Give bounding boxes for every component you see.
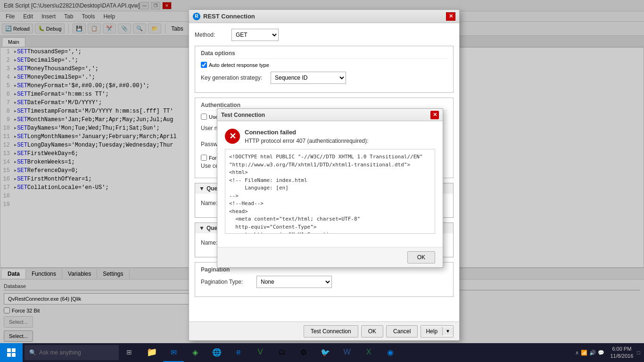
auto-detect-row: Auto detect response type: [201, 62, 447, 68]
rest-dialog-icon: R: [193, 13, 200, 20]
svg-rect-1: [12, 348, 16, 352]
taskbar-search[interactable]: 🔍: [25, 345, 119, 360]
taskbar-app-fileexplorer[interactable]: 📁: [141, 343, 162, 362]
test-dialog-body: ✕ Connection failed HTTP protocol error …: [217, 121, 443, 247]
error-code-box: <!DOCTYPE html PUBLIC "-//W3C//DTD XHTML…: [225, 149, 435, 234]
taskbar-app-4[interactable]: ⚙: [293, 343, 314, 362]
auto-detect-label: Auto detect response type: [209, 62, 269, 68]
svg-rect-0: [7, 348, 11, 352]
task-view-button[interactable]: ⊞: [119, 343, 140, 362]
taskbar-app-5[interactable]: 🐦: [315, 343, 336, 362]
rest-dialog-titlebar: R REST Connection ✕: [189, 10, 459, 23]
windows-logo-icon: [7, 348, 16, 357]
taskbar: 🔍 ⊞ 📁 ✉ ◈ 🌐 e V 🗂 ⚙ 🐦 W X ◉ ∧ 📶 🔊 💬 6:00…: [0, 343, 644, 362]
taskbar-right: ∧ 📶 🔊 💬 6:00 PM 11/8/2016 □: [573, 346, 644, 360]
data-options-title: Data options: [201, 50, 447, 59]
dialog-overlay: R REST Connection ✕ Method: GET POST PUT…: [0, 0, 644, 362]
error-text-block: Connection failed HTTP protocol error 40…: [245, 129, 369, 144]
method-label: Method:: [195, 32, 228, 38]
test-dialog-close-button[interactable]: ✕: [430, 111, 439, 119]
rest-dialog-footer: Test Connection OK Cancel Help ▼: [189, 321, 459, 340]
rest-dialog-title: REST Connection: [203, 13, 255, 20]
error-status: Connection failed: [245, 129, 369, 136]
rest-ok-button[interactable]: OK: [361, 325, 383, 337]
tray-msg-icon[interactable]: 💬: [598, 350, 604, 356]
clock-time: 6:00 PM: [610, 346, 633, 353]
error-header: ✕ Connection failed HTTP protocol error …: [225, 129, 435, 144]
rest-dialog-controls: ✕: [446, 12, 455, 21]
error-detail: HTTP protocol error 407 (authenticationr…: [245, 138, 369, 144]
svg-rect-2: [7, 353, 11, 357]
taskbar-app-chrome[interactable]: 🌐: [206, 343, 227, 362]
use-wi-checkbox[interactable]: [201, 114, 207, 120]
method-select[interactable]: GET POST PUT DELETE: [231, 29, 279, 41]
svg-rect-3: [12, 353, 16, 357]
pagination-type-select[interactable]: None Page Number Offset: [256, 276, 332, 288]
help-button-split[interactable]: Help ▼: [421, 325, 454, 337]
start-button[interactable]: [0, 343, 23, 362]
for-checkbox[interactable]: [201, 155, 207, 161]
query-body-arrow: ▼: [199, 225, 205, 231]
key-gen-select[interactable]: Sequence ID UUID: [271, 72, 346, 84]
tray-volume-icon[interactable]: 🔊: [589, 350, 596, 356]
test-connection-dialog: Test Connection ✕ ✕ Connection failed HT…: [217, 108, 443, 268]
taskbar-app-6[interactable]: ◉: [380, 343, 401, 362]
pagination-type-label: Pagination Type:: [201, 279, 253, 285]
tray-up-icon[interactable]: ∧: [575, 350, 579, 356]
taskbar-app-outlook[interactable]: ✉: [163, 343, 184, 362]
method-row: Method: GET POST PUT DELETE: [195, 29, 454, 41]
test-dialog-title: Test Connection: [221, 112, 265, 118]
test-connection-button[interactable]: Test Connection: [304, 325, 358, 337]
taskbar-app-1[interactable]: ◈: [185, 343, 206, 362]
taskbar-app-word[interactable]: W: [337, 343, 357, 362]
error-icon: ✕: [225, 129, 240, 144]
help-arrow-icon[interactable]: ▼: [443, 328, 453, 335]
taskbar-clock[interactable]: 6:00 PM 11/8/2016: [610, 346, 633, 360]
auto-detect-checkbox[interactable]: [201, 62, 207, 68]
taskbar-search-icon: 🔍: [29, 349, 36, 356]
test-dialog-footer: OK: [217, 247, 443, 267]
data-options-section: Data options Auto detect response type K…: [195, 46, 454, 93]
pagination-type-row: Pagination Type: None Page Number Offset: [201, 276, 447, 288]
taskbar-apps: 📁 ✉ ◈ 🌐 e V 🗂 ⚙ 🐦 W X ◉: [141, 343, 401, 362]
test-dialog-titlebar: Test Connection ✕: [217, 109, 443, 121]
key-gen-label: Key generation strategy:: [201, 74, 267, 81]
rest-cancel-button[interactable]: Cancel: [386, 325, 418, 337]
taskbar-app-2[interactable]: V: [250, 343, 271, 362]
taskbar-app-3[interactable]: 🗂: [272, 343, 292, 362]
query-params-arrow: ▼: [199, 185, 205, 192]
rest-dialog-close[interactable]: ✕: [446, 12, 455, 21]
help-main-label[interactable]: Help: [421, 327, 443, 336]
tray-network-icon[interactable]: 📶: [581, 350, 587, 356]
key-gen-row: Key generation strategy: Sequence ID UUI…: [201, 72, 447, 84]
test-ok-button[interactable]: OK: [407, 251, 435, 263]
error-code-content: <!DOCTYPE html PUBLIC "-//W3C//DTD XHTML…: [229, 153, 431, 234]
taskbar-app-edge[interactable]: e: [228, 343, 249, 362]
taskbar-search-input[interactable]: [39, 349, 105, 356]
tray-icons: ∧ 📶 🔊 💬: [573, 350, 606, 356]
notification-icon[interactable]: □: [637, 350, 640, 355]
clock-date: 11/8/2016: [610, 353, 633, 360]
taskbar-app-excel[interactable]: X: [358, 343, 379, 362]
for-label: For: [209, 155, 217, 161]
